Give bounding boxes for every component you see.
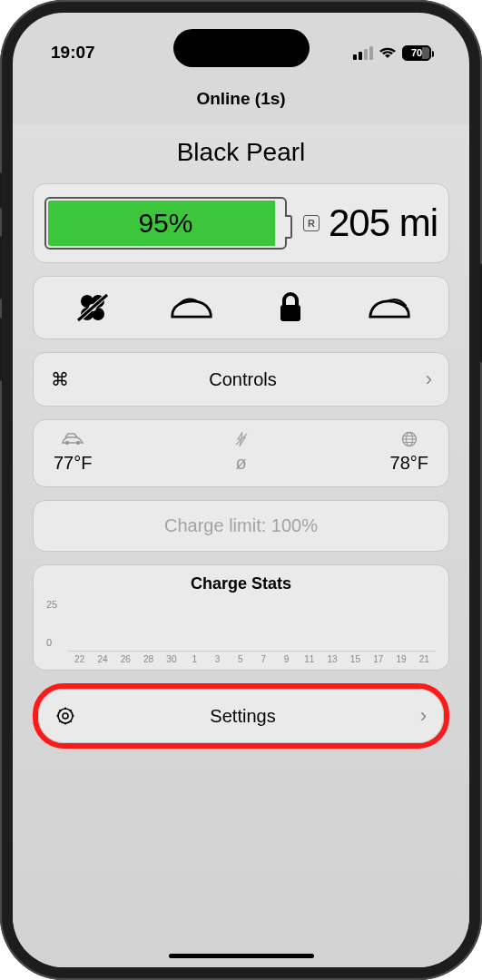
vehicle-name: Black Pearl [33, 125, 449, 183]
dynamic-island [173, 29, 310, 67]
temperature-card[interactable]: 77°F ø 78°F [33, 419, 449, 487]
chart-y-axis: 250 [46, 599, 68, 652]
controls-row[interactable]: ⌘ Controls › [33, 352, 449, 407]
rated-badge: R [303, 215, 320, 231]
chevron-right-icon: › [410, 704, 427, 728]
svg-rect-7 [280, 305, 300, 321]
home-indicator [169, 954, 314, 958]
status-time: 19:07 [51, 43, 95, 63]
command-icon: ⌘ [50, 368, 70, 390]
chevron-right-icon: › [416, 368, 432, 391]
gear-icon [55, 707, 75, 725]
online-status: Online (1s) [13, 80, 469, 125]
car-temp-icon [61, 429, 84, 449]
battery-icon: 95% [44, 197, 287, 250]
cellular-signal-icon [353, 46, 373, 60]
chart-bars [68, 599, 436, 652]
charge-stats-title: Charge Stats [46, 574, 436, 593]
flash-off-icon [234, 429, 249, 449]
svg-point-8 [65, 441, 69, 445]
exterior-temp: 78°F [390, 453, 428, 474]
charge-stats-card[interactable]: Charge Stats 250 22242628301357911131517… [33, 564, 449, 671]
settings-label: Settings [88, 706, 398, 727]
settings-row[interactable]: Settings › [38, 689, 444, 743]
svg-point-9 [76, 441, 80, 445]
frunk-icon[interactable] [170, 289, 213, 326]
battery-percent: 95% [138, 208, 192, 239]
wifi-icon [379, 46, 397, 60]
trunk-icon[interactable] [368, 289, 411, 326]
globe-icon [401, 429, 418, 449]
settings-highlight: Settings › [33, 683, 449, 749]
charge-limit-card[interactable]: Charge limit: 100% [33, 500, 449, 552]
dash-symbol: ø [235, 453, 246, 474]
chart-x-axis: 222426283013579111315171921 [68, 652, 436, 664]
charge-limit-label: Charge limit: 100% [164, 515, 318, 535]
lock-icon[interactable] [269, 289, 312, 326]
range-value: 205 mi [329, 201, 438, 245]
battery-range-card[interactable]: 95% R 205 mi [33, 183, 449, 263]
climate-fan-icon[interactable] [71, 289, 114, 326]
svg-point-17 [63, 713, 68, 719]
controls-label: Controls [83, 369, 403, 390]
battery-status-icon: 70 [402, 45, 431, 61]
interior-temp: 77°F [54, 453, 92, 474]
quick-actions-card [33, 276, 449, 339]
